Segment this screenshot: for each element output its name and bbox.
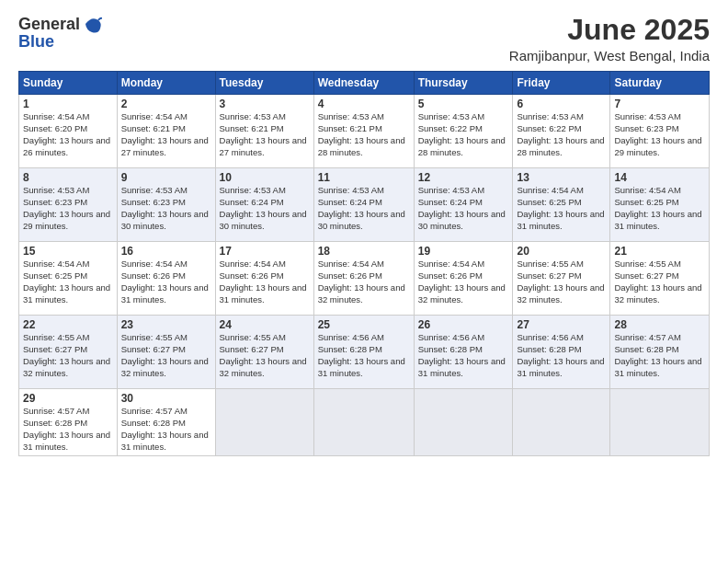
day-number: 27 (517, 318, 606, 331)
day-number: 18 (318, 245, 410, 258)
col-thursday: Thursday (414, 72, 513, 95)
day-info: Sunrise: 4:56 AMSunset: 6:28 PMDaylight:… (517, 332, 604, 377)
calendar-cell: 8Sunrise: 4:53 AMSunset: 6:23 PMDaylight… (19, 168, 118, 242)
day-info: Sunrise: 4:54 AMSunset: 6:26 PMDaylight:… (220, 259, 307, 304)
day-info: Sunrise: 4:53 AMSunset: 6:24 PMDaylight:… (418, 185, 506, 230)
day-info: Sunrise: 4:55 AMSunset: 6:27 PMDaylight:… (220, 332, 307, 377)
day-number: 7 (614, 98, 705, 110)
day-number: 26 (418, 318, 509, 331)
day-info: Sunrise: 4:54 AMSunset: 6:20 PMDaylight:… (23, 111, 110, 156)
day-number: 17 (220, 245, 310, 258)
calendar-cell: 10Sunrise: 4:53 AMSunset: 6:24 PMDayligh… (215, 168, 313, 242)
calendar-cell: 5Sunrise: 4:53 AMSunset: 6:22 PMDaylight… (414, 95, 513, 168)
calendar-cell: 17Sunrise: 4:54 AMSunset: 6:26 PMDayligh… (215, 242, 313, 316)
calendar-cell (215, 389, 313, 456)
col-tuesday: Tuesday (215, 72, 313, 95)
col-friday: Friday (513, 72, 610, 95)
logo-icon (82, 14, 102, 34)
calendar-cell: 19Sunrise: 4:54 AMSunset: 6:26 PMDayligh… (414, 242, 513, 316)
day-number: 28 (614, 318, 705, 331)
calendar-table: Sunday Monday Tuesday Wednesday Thursday… (18, 71, 710, 456)
col-saturday: Saturday (610, 72, 710, 95)
calendar-cell: 26Sunrise: 4:56 AMSunset: 6:28 PMDayligh… (414, 316, 513, 389)
calendar-cell: 11Sunrise: 4:53 AMSunset: 6:24 PMDayligh… (313, 168, 414, 242)
header: General Blue June 2025 Ramjibanpur, West… (18, 14, 710, 63)
calendar-cell: 16Sunrise: 4:54 AMSunset: 6:26 PMDayligh… (117, 242, 215, 316)
day-info: Sunrise: 4:53 AMSunset: 6:21 PMDaylight:… (220, 111, 307, 156)
day-number: 8 (23, 171, 113, 184)
calendar-week-row: 15Sunrise: 4:54 AMSunset: 6:25 PMDayligh… (19, 242, 710, 316)
month-title: June 2025 (509, 14, 710, 46)
location: Ramjibanpur, West Bengal, India (509, 48, 710, 63)
day-info: Sunrise: 4:57 AMSunset: 6:28 PMDaylight:… (121, 406, 209, 451)
day-number: 5 (418, 98, 509, 110)
day-number: 9 (121, 171, 211, 184)
day-info: Sunrise: 4:53 AMSunset: 6:23 PMDaylight:… (23, 185, 110, 230)
calendar-week-row: 29Sunrise: 4:57 AMSunset: 6:28 PMDayligh… (19, 389, 710, 456)
logo: General Blue (18, 14, 102, 52)
logo-blue: Blue (18, 32, 102, 52)
calendar-cell: 21Sunrise: 4:55 AMSunset: 6:27 PMDayligh… (610, 242, 710, 316)
day-number: 24 (220, 318, 310, 331)
day-info: Sunrise: 4:54 AMSunset: 6:25 PMDaylight:… (23, 259, 110, 304)
day-number: 10 (220, 171, 310, 184)
logo-general: General (18, 15, 80, 34)
calendar-cell: 1Sunrise: 4:54 AMSunset: 6:20 PMDaylight… (19, 95, 118, 168)
calendar-cell: 13Sunrise: 4:54 AMSunset: 6:25 PMDayligh… (513, 168, 610, 242)
day-number: 16 (121, 245, 211, 258)
day-info: Sunrise: 4:53 AMSunset: 6:21 PMDaylight:… (318, 111, 405, 156)
day-info: Sunrise: 4:53 AMSunset: 6:24 PMDaylight:… (220, 185, 307, 230)
calendar-cell: 4Sunrise: 4:53 AMSunset: 6:21 PMDaylight… (313, 95, 414, 168)
col-wednesday: Wednesday (313, 72, 414, 95)
calendar-cell: 29Sunrise: 4:57 AMSunset: 6:28 PMDayligh… (19, 389, 118, 456)
day-info: Sunrise: 4:54 AMSunset: 6:25 PMDaylight:… (614, 185, 701, 230)
day-info: Sunrise: 4:57 AMSunset: 6:28 PMDaylight:… (614, 332, 701, 377)
day-info: Sunrise: 4:57 AMSunset: 6:28 PMDaylight:… (23, 406, 110, 451)
col-sunday: Sunday (19, 72, 118, 95)
day-number: 2 (121, 98, 211, 110)
day-number: 1 (23, 98, 113, 110)
day-number: 3 (220, 98, 310, 110)
calendar-cell: 22Sunrise: 4:55 AMSunset: 6:27 PMDayligh… (19, 316, 118, 389)
day-info: Sunrise: 4:53 AMSunset: 6:23 PMDaylight:… (121, 185, 209, 230)
calendar-cell: 30Sunrise: 4:57 AMSunset: 6:28 PMDayligh… (117, 389, 215, 456)
calendar-cell: 20Sunrise: 4:55 AMSunset: 6:27 PMDayligh… (513, 242, 610, 316)
calendar-cell (610, 389, 710, 456)
day-info: Sunrise: 4:54 AMSunset: 6:25 PMDaylight:… (517, 185, 604, 230)
day-number: 11 (318, 171, 410, 184)
day-number: 4 (318, 98, 410, 110)
title-block: June 2025 Ramjibanpur, West Bengal, Indi… (509, 14, 710, 63)
calendar-cell (313, 389, 414, 456)
day-number: 15 (23, 245, 113, 258)
day-number: 19 (418, 245, 509, 258)
day-info: Sunrise: 4:56 AMSunset: 6:28 PMDaylight:… (418, 332, 506, 377)
day-info: Sunrise: 4:54 AMSunset: 6:26 PMDaylight:… (418, 259, 506, 304)
day-number: 21 (614, 245, 705, 258)
col-monday: Monday (117, 72, 215, 95)
day-info: Sunrise: 4:54 AMSunset: 6:26 PMDaylight:… (318, 259, 405, 304)
header-row: Sunday Monday Tuesday Wednesday Thursday… (19, 72, 710, 95)
day-info: Sunrise: 4:55 AMSunset: 6:27 PMDaylight:… (121, 332, 209, 377)
calendar-week-row: 8Sunrise: 4:53 AMSunset: 6:23 PMDaylight… (19, 168, 710, 242)
day-info: Sunrise: 4:53 AMSunset: 6:24 PMDaylight:… (318, 185, 405, 230)
day-info: Sunrise: 4:56 AMSunset: 6:28 PMDaylight:… (318, 332, 405, 377)
day-info: Sunrise: 4:54 AMSunset: 6:26 PMDaylight:… (121, 259, 209, 304)
day-number: 22 (23, 318, 113, 331)
day-number: 30 (121, 392, 211, 405)
calendar-cell: 23Sunrise: 4:55 AMSunset: 6:27 PMDayligh… (117, 316, 215, 389)
calendar-cell: 15Sunrise: 4:54 AMSunset: 6:25 PMDayligh… (19, 242, 118, 316)
calendar-cell: 6Sunrise: 4:53 AMSunset: 6:22 PMDaylight… (513, 95, 610, 168)
calendar-cell: 12Sunrise: 4:53 AMSunset: 6:24 PMDayligh… (414, 168, 513, 242)
calendar-week-row: 1Sunrise: 4:54 AMSunset: 6:20 PMDaylight… (19, 95, 710, 168)
calendar-cell (513, 389, 610, 456)
day-number: 14 (614, 171, 705, 184)
calendar-cell: 24Sunrise: 4:55 AMSunset: 6:27 PMDayligh… (215, 316, 313, 389)
day-number: 23 (121, 318, 211, 331)
day-number: 29 (23, 392, 113, 405)
page: General Blue June 2025 Ramjibanpur, West… (0, 0, 728, 563)
calendar-cell: 2Sunrise: 4:54 AMSunset: 6:21 PMDaylight… (117, 95, 215, 168)
day-info: Sunrise: 4:55 AMSunset: 6:27 PMDaylight:… (614, 259, 701, 304)
day-info: Sunrise: 4:53 AMSunset: 6:22 PMDaylight:… (418, 111, 506, 156)
calendar-cell: 25Sunrise: 4:56 AMSunset: 6:28 PMDayligh… (313, 316, 414, 389)
calendar-cell: 28Sunrise: 4:57 AMSunset: 6:28 PMDayligh… (610, 316, 710, 389)
